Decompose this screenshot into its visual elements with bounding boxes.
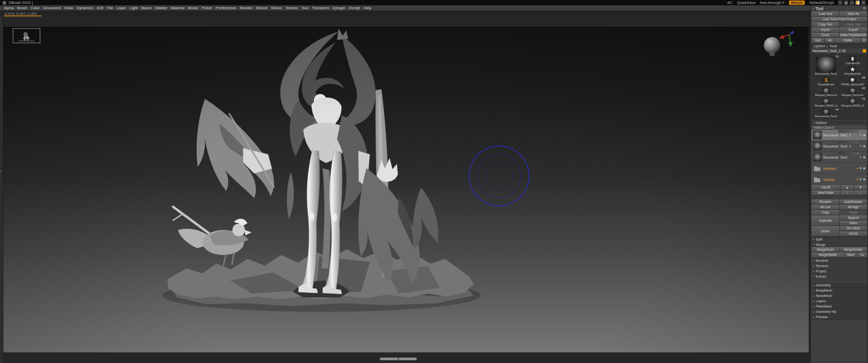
- menu-item[interactable]: Light: [129, 6, 137, 10]
- menu-item[interactable]: Zplugin: [333, 6, 345, 10]
- tool-thumbnail[interactable]: 22 Recovered_Tool1: [813, 55, 839, 76]
- palette-section-row[interactable]: ▸ ArrayMesh: [812, 288, 867, 293]
- boolean-section[interactable]: ▸ Boolean: [812, 258, 867, 263]
- menu-item[interactable]: Picker: [202, 6, 212, 10]
- all-low-button[interactable]: All Low: [812, 205, 839, 210]
- gear-icon[interactable]: ⚙: [861, 0, 866, 5]
- ac-indicator[interactable]: AC: [727, 0, 732, 5]
- rename-button[interactable]: Rename: [812, 200, 839, 204]
- subtool-up-button[interactable]: ▲: [841, 185, 854, 190]
- palette-section-row[interactable]: ▸ NanoMesh: [812, 294, 867, 298]
- autoreorder-button[interactable]: AutoReorder: [840, 200, 867, 204]
- tool-thumbnail[interactable]: 70 Merged_PM3D_S: [840, 97, 866, 108]
- quicksave-button[interactable]: QuickSave: [737, 0, 756, 5]
- goz-button[interactable]: GoZ: [812, 38, 824, 43]
- goz-all-button[interactable]: All: [825, 38, 835, 43]
- document-thumbnail[interactable]: [13, 28, 40, 43]
- menu-item[interactable]: Render: [240, 6, 252, 10]
- active-tool-row[interactable]: Recovered_Tool1_2: 53: [812, 49, 867, 53]
- import-button[interactable]: Import: [812, 27, 839, 32]
- menu-item[interactable]: Dynamics: [77, 6, 94, 10]
- menus-button[interactable]: Menus: [789, 0, 805, 5]
- project-section[interactable]: ▸ Project: [812, 269, 867, 273]
- tool-thumbnail[interactable]: 44 Recovered_Tool1: [813, 108, 839, 118]
- subtool-thumbnail[interactable]: [813, 164, 822, 173]
- polypaint-brush-icon[interactable]: ✎: [859, 144, 862, 148]
- polypaint-brush-icon[interactable]: ✎: [859, 155, 862, 159]
- folder-gear-icon[interactable]: ⚙: [859, 177, 862, 181]
- menu-item[interactable]: Brush: [17, 6, 27, 10]
- menu-item[interactable]: Zscript: [349, 6, 360, 10]
- delete-button[interactable]: Delete: [812, 226, 839, 236]
- subtool-row[interactable]: Recovered_Tool1_1 ✎ ● ⚙ ◉: [812, 141, 867, 151]
- polypaint-brush-icon[interactable]: ✎: [859, 133, 862, 137]
- menu-item[interactable]: Draw: [64, 6, 73, 10]
- merge-section[interactable]: ▾ Merge: [812, 242, 867, 247]
- menu-item[interactable]: Macro: [141, 6, 152, 10]
- menu-item[interactable]: Alpha: [4, 6, 14, 10]
- insert-button[interactable]: Insert: [840, 221, 867, 226]
- subtool-row[interactable]: ngontay ✎ ● ⚙ ◉: [812, 174, 867, 185]
- palette-section-row[interactable]: ▸ Preview: [812, 315, 867, 320]
- visibility-eye-icon[interactable]: ◉: [863, 133, 866, 137]
- menu-item[interactable]: Color: [30, 6, 40, 10]
- subtool-mini-toolbar[interactable]: [838, 130, 859, 133]
- menu-item[interactable]: File: [107, 6, 113, 10]
- grid-icon[interactable]: ▦: [844, 0, 848, 5]
- menu-item[interactable]: Preferences: [216, 6, 236, 10]
- panel-collapse-icon[interactable]: ◂: [813, 7, 814, 10]
- sculpture-model[interactable]: [163, 28, 481, 312]
- load-tool-button[interactable]: Load Tool: [812, 12, 839, 16]
- left-tray-divider[interactable]: «: [0, 16, 3, 363]
- subtool-thumbnail[interactable]: [813, 131, 822, 139]
- menu-item[interactable]: Edit: [97, 6, 104, 10]
- weld-button[interactable]: Weld: [844, 253, 857, 257]
- folder-flame-icon[interactable]: ●: [856, 178, 858, 181]
- split-section[interactable]: ▸ Split: [812, 237, 867, 242]
- subtool-thumbnail[interactable]: [813, 175, 822, 184]
- remesh-section[interactable]: ▸ Remesh: [812, 263, 867, 268]
- export-button[interactable]: Export: [840, 27, 867, 32]
- duplicate-button[interactable]: Duplicate: [812, 215, 839, 226]
- default-zscript-button[interactable]: DefaultZScript: [809, 0, 834, 5]
- material-sphere-preview[interactable]: [764, 37, 780, 57]
- subtool-row[interactable]: Recovered_Tool1 ✎ ● ⚙ ◉: [812, 152, 867, 162]
- subtool-thumbnail[interactable]: [813, 142, 822, 150]
- folder-down-button[interactable]: ↓: [854, 190, 867, 195]
- visibility-eye-icon[interactable]: ◉: [863, 166, 866, 170]
- menu-item[interactable]: Tool: [301, 6, 309, 10]
- subtool-row[interactable]: Recovered_Tool1_2 ✎ ● ⚙ ◉: [812, 130, 867, 140]
- subtool-mini-toolbar[interactable]: [838, 152, 859, 155]
- mergedown-button[interactable]: MergeDown: [812, 247, 839, 252]
- make-polymesh3d-button[interactable]: Make PolyMesh3D: [840, 33, 867, 38]
- paste-tool-button[interactable]: Paste Tool: [840, 22, 867, 27]
- tool-thumbnail[interactable]: Merged_PM3D_S: [813, 97, 839, 108]
- extract-section[interactable]: ▸ Extract: [812, 274, 867, 279]
- copy-tool-button[interactable]: Copy Tool: [812, 22, 839, 27]
- menu-item[interactable]: Movie: [188, 6, 198, 10]
- menu-item[interactable]: Material: [171, 6, 184, 10]
- subtool-thumbnail[interactable]: [813, 153, 822, 161]
- save-as-button[interactable]: Save As: [840, 12, 867, 16]
- tool-thumbnail[interactable]: Cylinder3D: [840, 55, 866, 65]
- horizontal-scrollbar[interactable]: [380, 358, 417, 360]
- palette-section-row[interactable]: ▸ Layers: [812, 299, 867, 304]
- del-other-button[interactable]: Del Other: [840, 226, 867, 231]
- palette-section-row[interactable]: ▸ Geometry: [812, 283, 867, 288]
- panel-gear-icon[interactable]: ⚙: [863, 6, 866, 11]
- visibility-eye-icon[interactable]: ◉: [863, 155, 866, 159]
- monitor-icon[interactable]: ▭: [850, 0, 854, 5]
- uv-button[interactable]: Uv: [857, 253, 867, 257]
- goz-r-button[interactable]: R: [861, 38, 867, 43]
- new-folder-button[interactable]: New Folder: [812, 190, 840, 195]
- subtool-down-button[interactable]: ▼: [854, 185, 867, 190]
- menu-item[interactable]: Layer: [116, 6, 126, 10]
- del-all-button[interactable]: Del All: [840, 231, 867, 236]
- all-high-button[interactable]: All High: [840, 205, 867, 210]
- menu-item[interactable]: Marker: [155, 6, 167, 10]
- subtool-row[interactable]: ngontay1 ✎ ● ⚙ ◉: [812, 163, 867, 174]
- menu-item[interactable]: Stroke: [271, 6, 282, 10]
- menu-item[interactable]: Texture: [285, 6, 298, 10]
- menu-item[interactable]: Transform: [312, 6, 329, 10]
- visibility-eye-icon[interactable]: ◉: [863, 177, 866, 181]
